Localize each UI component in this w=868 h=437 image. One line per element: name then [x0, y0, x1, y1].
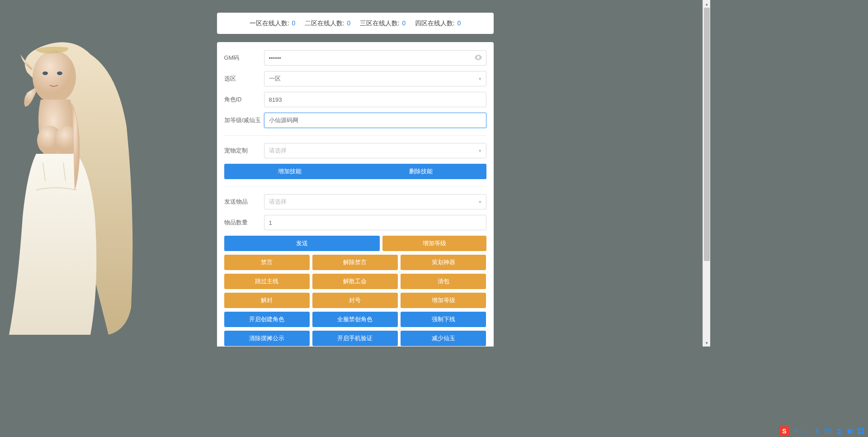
- ime-keyboard-icon[interactable]: [824, 427, 833, 436]
- disable-create-role-button[interactable]: 全服禁创角色: [312, 312, 398, 327]
- role-id-label: 角色ID: [224, 95, 264, 104]
- planner-tool-button[interactable]: 策划神器: [401, 255, 486, 270]
- ime-toolbox-icon[interactable]: [856, 427, 865, 436]
- zone-select[interactable]: 一区 ▾: [264, 71, 486, 86]
- mute-button[interactable]: 禁言: [224, 255, 310, 270]
- chevron-down-icon: ▾: [479, 148, 481, 154]
- enable-create-role-button[interactable]: 开启创建角色: [224, 312, 310, 327]
- ime-person-icon[interactable]: [835, 427, 844, 436]
- scroll-down-arrow[interactable]: ▾: [703, 339, 710, 347]
- pet-custom-label: 宠物定制: [224, 147, 264, 155]
- clear-stall-button[interactable]: 清除摆摊公示: [224, 331, 310, 346]
- divider: [224, 186, 486, 187]
- svg-rect-15: [861, 432, 864, 434]
- zone-2-status: 二区在线人数: 0: [305, 19, 351, 28]
- level-up-button[interactable]: 增加等级: [382, 236, 486, 251]
- unban-button[interactable]: 解封: [224, 293, 310, 308]
- svg-rect-10: [830, 430, 830, 431]
- svg-rect-8: [826, 430, 827, 431]
- send-item-label: 发送物品: [224, 198, 264, 206]
- svg-point-2: [57, 71, 62, 75]
- disband-guild-button[interactable]: 解散工会: [312, 274, 398, 289]
- svg-point-1: [42, 71, 48, 75]
- divider: [224, 135, 486, 136]
- character-illustration: [0, 36, 145, 344]
- ime-mic-icon[interactable]: [813, 427, 822, 436]
- enable-phone-verify-button[interactable]: 开启手机验证: [312, 331, 398, 346]
- svg-rect-12: [858, 428, 860, 431]
- ime-taskbar: S 中: [777, 425, 868, 437]
- scrollbar-thumb[interactable]: [704, 8, 710, 261]
- admin-panel: 一区在线人数: 0 二区在线人数: 0 三区在线人数: 0 四区在线人数: 0 …: [217, 13, 494, 347]
- scrollbar[interactable]: ▴ ▾: [703, 0, 710, 347]
- send-item-select[interactable]: 请选择 ▾: [264, 194, 486, 209]
- ime-skin-icon[interactable]: [845, 427, 854, 436]
- chevron-down-icon: ▾: [479, 76, 481, 82]
- pet-custom-select[interactable]: 请选择 ▾: [264, 143, 486, 158]
- unmute-button[interactable]: 解除禁言: [312, 255, 398, 270]
- status-bar: 一区在线人数: 0 二区在线人数: 0 三区在线人数: 0 四区在线人数: 0: [217, 13, 494, 34]
- sogou-ime-icon[interactable]: S: [779, 426, 789, 436]
- send-button[interactable]: 发送: [224, 236, 380, 251]
- eye-icon[interactable]: [475, 54, 482, 62]
- del-skill-button[interactable]: 删除技能: [355, 164, 486, 179]
- reduce-jade-button[interactable]: 减少仙玉: [401, 331, 486, 346]
- item-qty-input[interactable]: [264, 215, 486, 230]
- force-offline-button[interactable]: 强制下线: [401, 312, 486, 327]
- gm-code-input[interactable]: [264, 50, 486, 66]
- level-jade-label: 加等级/减仙玉: [224, 116, 264, 124]
- clear-bag-button[interactable]: 清包: [401, 274, 486, 289]
- svg-point-11: [838, 428, 840, 431]
- chevron-down-icon: ▾: [479, 199, 481, 205]
- item-qty-label: 物品数量: [224, 218, 264, 227]
- role-id-input[interactable]: [264, 92, 486, 107]
- svg-point-5: [804, 432, 806, 433]
- ban-button[interactable]: 封号: [312, 293, 398, 308]
- form-panel: GM码 选区 一区 ▾ 角色ID: [217, 42, 494, 347]
- gm-code-label: GM码: [224, 54, 264, 62]
- svg-rect-14: [858, 432, 860, 434]
- level-jade-input[interactable]: [264, 113, 486, 128]
- zone-3-status: 三区在线人数: 0: [360, 19, 406, 28]
- ime-punct-icon[interactable]: [802, 427, 811, 436]
- scroll-up-arrow[interactable]: ▴: [703, 0, 710, 8]
- zone-label: 选区: [224, 75, 264, 83]
- add-level-button[interactable]: 增加等级: [401, 293, 486, 308]
- zone-1-status: 一区在线人数: 0: [250, 19, 296, 28]
- ime-lang-icon[interactable]: 中: [791, 427, 800, 436]
- zone-4-status: 四区在线人数: 0: [415, 19, 461, 28]
- skip-main-button[interactable]: 跳过主线: [224, 274, 310, 289]
- svg-rect-6: [816, 428, 818, 432]
- svg-rect-9: [828, 430, 829, 431]
- svg-rect-13: [861, 428, 864, 431]
- svg-point-0: [33, 51, 76, 103]
- add-skill-button[interactable]: 增加技能: [224, 164, 355, 179]
